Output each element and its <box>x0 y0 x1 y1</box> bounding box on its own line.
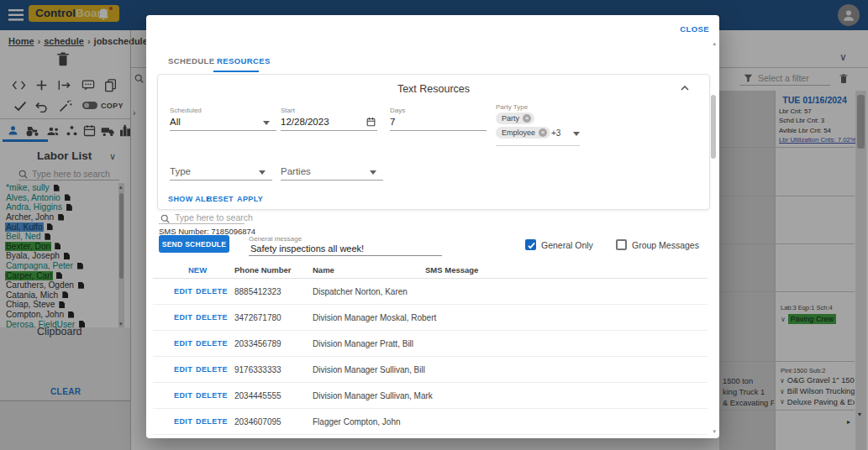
phone-cell: 9176333333 <box>234 365 281 374</box>
modal-search-icon <box>160 214 170 223</box>
general-only-label: General Only <box>541 240 593 250</box>
name-header: Name <box>313 265 334 275</box>
employee-chip[interactable]: Employee× <box>496 127 550 139</box>
table-row: EDITDELETE2034445555Division Manager Sul… <box>153 383 708 409</box>
field-underline <box>170 180 272 181</box>
delete-link[interactable]: DELETE <box>196 339 228 348</box>
scheduled-dropdown-icon[interactable] <box>263 121 270 125</box>
table-row: EDITDELETE8885412323Dispatcher Norton, K… <box>153 279 708 305</box>
chip-label: Employee <box>502 127 535 139</box>
collapse-chevron-up-icon[interactable] <box>681 86 689 91</box>
general-message-input[interactable] <box>249 243 444 254</box>
sms-table: NEW Phone Number Name SMS Message EDITDE… <box>153 264 708 435</box>
phone-cell: 2033456789 <box>234 339 281 348</box>
edit-link[interactable]: EDIT <box>174 365 192 374</box>
scheduled-select-value[interactable]: All <box>170 117 181 127</box>
name-cell: Division Manager Sullivan, Mark <box>313 391 433 400</box>
name-cell: Dispatcher Norton, Karen <box>313 287 408 296</box>
edit-link[interactable]: EDIT <box>174 287 192 296</box>
phone-cell: 8885412323 <box>234 287 281 296</box>
show-all-button[interactable]: SHOW ALL <box>168 195 211 203</box>
field-underline <box>281 180 383 181</box>
delete-link[interactable]: DELETE <box>196 417 228 426</box>
modal-scroll-thumb[interactable] <box>711 95 716 159</box>
general-message-label: General message <box>249 235 302 243</box>
reset-button[interactable]: RESET <box>207 195 234 203</box>
phone-number-header: Phone Number <box>234 265 292 275</box>
days-label: Days <box>390 107 405 114</box>
close-button[interactable]: CLOSE <box>680 24 709 34</box>
edit-link[interactable]: EDIT <box>174 391 192 400</box>
tab-resources[interactable]: RESOURCES <box>217 56 271 65</box>
table-row: EDITDELETE2034607095Flagger Compton, Joh… <box>153 409 708 435</box>
send-schedule-button[interactable]: SEND SCHEDULE <box>159 235 229 253</box>
start-date-value[interactable]: 12/28/2023 <box>281 117 329 127</box>
field-underline <box>390 130 487 131</box>
parties-select-placeholder[interactable]: Parties <box>281 166 311 176</box>
calendar-picker-icon[interactable] <box>366 117 376 127</box>
screen: ControlBoard Home›schedule›jobschedule <box>0 0 868 450</box>
table-row: EDITDELETE3472671780Division Manager Mos… <box>153 305 708 331</box>
sms-table-body: EDITDELETE8885412323Dispatcher Norton, K… <box>153 279 708 435</box>
field-underline <box>170 130 276 131</box>
group-messages-checkbox[interactable] <box>616 239 627 250</box>
text-resources-card: Text Resources Scheduled All Start 12/28… <box>157 74 710 210</box>
edit-link[interactable]: EDIT <box>174 339 192 348</box>
edit-link[interactable]: EDIT <box>174 417 192 426</box>
party-type-dropdown-icon[interactable] <box>573 132 580 136</box>
sms-table-header: NEW Phone Number Name SMS Message <box>153 264 708 279</box>
party-chip[interactable]: Party× <box>496 112 534 124</box>
new-button[interactable]: NEW <box>188 265 207 275</box>
phone-cell: 2034607095 <box>234 417 281 426</box>
phone-cell: 2034445555 <box>234 391 281 400</box>
delete-link[interactable]: DELETE <box>196 313 228 322</box>
chip-remove-icon[interactable]: × <box>539 128 547 137</box>
field-underline <box>281 130 377 131</box>
modal-scroll-up-icon[interactable]: ▴ <box>713 40 716 46</box>
start-label: Start <box>281 107 295 114</box>
modal-search-underline <box>159 223 245 224</box>
card-title: Text Resources <box>158 83 709 95</box>
delete-link[interactable]: DELETE <box>196 287 228 296</box>
phone-cell: 3472671780 <box>234 313 281 322</box>
type-dropdown-icon[interactable] <box>259 170 266 175</box>
name-cell: Division Manager Moskal, Robert <box>313 313 436 322</box>
group-messages-label: Group Messages <box>632 240 699 250</box>
name-cell: Division Manager Sullivan, Bill <box>313 365 425 374</box>
scheduled-label: Scheduled <box>170 107 202 114</box>
resources-dialog: CLOSE SCHEDULE RESOURCES Text Resources … <box>146 15 719 438</box>
sms-message-header: SMS Message <box>425 265 478 275</box>
chip-label: Party <box>502 112 519 124</box>
table-row: EDITDELETE9176333333Division Manager Sul… <box>153 357 708 383</box>
chips-overflow-count[interactable]: +3 <box>551 128 560 138</box>
general-only-checkbox[interactable] <box>525 239 536 250</box>
days-value[interactable]: 7 <box>390 117 395 127</box>
general-message-underline <box>249 255 442 256</box>
edit-link[interactable]: EDIT <box>174 313 192 322</box>
field-underline <box>496 145 580 146</box>
type-select-placeholder[interactable]: Type <box>170 166 191 176</box>
delete-link[interactable]: DELETE <box>196 391 228 400</box>
party-type-label: Party Type <box>496 103 528 111</box>
modal-active-tab-indicator <box>213 71 259 72</box>
parties-dropdown-icon[interactable] <box>370 170 376 175</box>
name-cell: Flagger Compton, John <box>313 417 401 426</box>
table-row: EDITDELETE2033456789Division Manager Pra… <box>153 331 708 357</box>
tab-schedule[interactable]: SCHEDULE <box>168 56 214 65</box>
delete-link[interactable]: DELETE <box>196 365 228 374</box>
chip-remove-icon[interactable]: × <box>523 114 531 123</box>
modal-search-input[interactable] <box>173 212 286 223</box>
name-cell: Division Manager Pratt, Bill <box>313 339 413 348</box>
apply-button[interactable]: APPLY <box>237 195 263 203</box>
modal-scroll-down-icon[interactable]: ▾ <box>713 428 716 434</box>
